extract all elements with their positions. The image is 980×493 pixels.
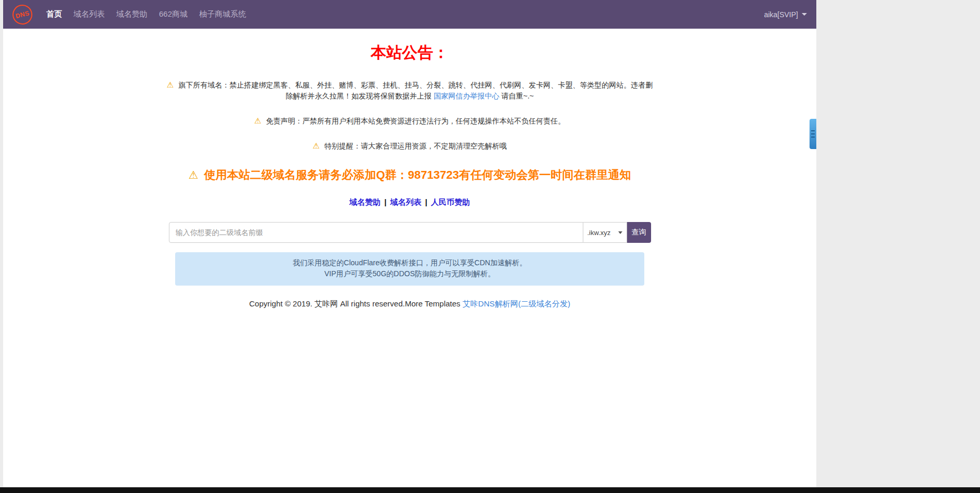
nav-item-home[interactable]: 首页 xyxy=(41,9,68,19)
quick-links: 域名赞助|域名列表|人民币赞助 xyxy=(3,198,816,207)
report-center-link[interactable]: 国家网信办举报中心 xyxy=(434,92,499,100)
nav-item-youzi-shop[interactable]: 柚子商城系统 xyxy=(193,9,252,19)
info-line-2: VIP用户可享受50G的DDOS防御能力与无限制解析。 xyxy=(186,268,634,279)
cloudflare-info-box: 我们采用稳定的CloudFlare收费解析接口，用户可以享受CDN加速解析。 V… xyxy=(175,252,644,286)
warning-icon: ⚠ xyxy=(167,80,174,89)
domain-suffix-selected: .ikw.xyz xyxy=(587,229,611,237)
floating-widget-tab[interactable] xyxy=(810,119,816,149)
domain-search-bar: .ikw.xyz 查询 xyxy=(169,222,651,243)
footer-copyright: Copyright © 2019. 艾咔网 All rights reserve… xyxy=(3,299,816,309)
notice-domain-rules: ⚠ 旗下所有域名：禁止搭建绑定黑客、私服、外挂、赌博、彩票、挂机、挂马、分裂、跳… xyxy=(165,79,655,102)
link-separator: | xyxy=(384,198,386,206)
select-arrow-icon xyxy=(618,231,622,234)
subdomain-prefix-input[interactable] xyxy=(169,222,583,243)
caret-down-icon xyxy=(802,13,807,16)
main-content: 本站公告： ⚠ 旗下所有域名：禁止搭建绑定黑客、私服、外挂、赌博、彩票、挂机、挂… xyxy=(3,42,816,309)
user-menu-label: aika[SVIP] xyxy=(764,10,798,19)
nav-item-domain-list[interactable]: 域名列表 xyxy=(68,9,111,19)
browser-page: DNS 首页 域名列表 域名赞助 662商城 柚子商城系统 aika[SVIP]… xyxy=(3,0,816,487)
navbar: DNS 首页 域名列表 域名赞助 662商城 柚子商城系统 aika[SVIP] xyxy=(3,0,816,29)
link-rmb-sponsor[interactable]: 人民币赞助 xyxy=(431,198,470,206)
logo-text: DNS xyxy=(15,9,30,19)
notice-reminder: ⚠ 特别提醒：请大家合理运用资源，不定期清理空壳解析哦 xyxy=(165,140,655,152)
nav-item-domain-sponsor[interactable]: 域名赞助 xyxy=(111,9,153,19)
qq-group-notice-text: 使用本站二级域名服务请务必添加Q群：98713723有任何变动会第一时间在群里通… xyxy=(204,168,631,181)
site-logo[interactable]: DNS xyxy=(10,2,34,26)
link-domain-sponsor[interactable]: 域名赞助 xyxy=(349,198,381,206)
nav-item-662-shop[interactable]: 662商城 xyxy=(153,9,193,19)
qq-group-notice: ⚠ 使用本站二级域名服务请务必添加Q群：98713723有任何变动会第一时间在群… xyxy=(3,167,816,183)
query-button[interactable]: 查询 xyxy=(627,222,651,243)
link-separator: | xyxy=(425,198,427,206)
link-domain-list[interactable]: 域名列表 xyxy=(390,198,422,206)
notice-disclaimer: ⚠ 免责声明：严禁所有用户利用本站免费资源进行违法行为，任何违规操作本站不负任何… xyxy=(165,115,655,127)
domain-suffix-select[interactable]: .ikw.xyz xyxy=(583,222,627,243)
notice-domain-rules-text: 旗下所有域名：禁止搭建绑定黑客、私服、外挂、赌博、彩票、挂机、挂马、分裂、跳转、… xyxy=(178,81,653,100)
widget-grip-lines xyxy=(811,130,815,138)
warning-icon: ⚠ xyxy=(313,141,320,150)
footer-text: Copyright © 2019. 艾咔网 All rights reserve… xyxy=(249,299,462,308)
user-menu[interactable]: aika[SVIP] xyxy=(764,10,807,19)
notice-reminder-text: 特别提醒：请大家合理运用资源，不定期清理空壳解析哦 xyxy=(324,142,507,150)
warning-icon: ⚠ xyxy=(189,169,199,181)
bottom-taskbar xyxy=(0,487,980,493)
notice-disclaimer-text: 免责声明：严禁所有用户利用本站免费资源进行违法行为，任何违规操作本站不负任何责任… xyxy=(266,117,565,125)
page-title: 本站公告： xyxy=(3,42,816,64)
footer-site-link[interactable]: 艾咔DNS解析网(二级域名分发) xyxy=(462,299,570,308)
warning-icon: ⚠ xyxy=(254,116,261,125)
notice-domain-rules-suffix: 请自重~.~ xyxy=(499,92,534,100)
info-line-1: 我们采用稳定的CloudFlare收费解析接口，用户可以享受CDN加速解析。 xyxy=(186,257,634,268)
